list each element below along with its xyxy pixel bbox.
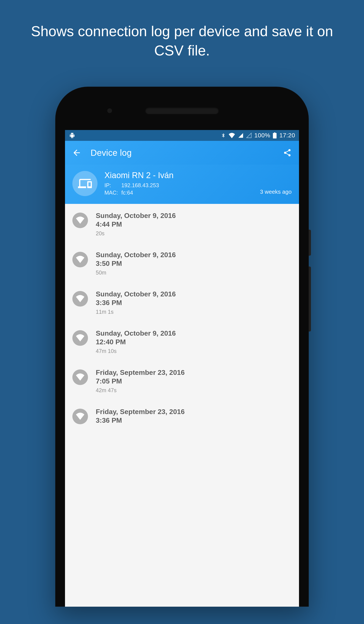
device-timestamp: 3 weeks ago bbox=[260, 188, 292, 197]
mac-label: MAC: bbox=[104, 189, 119, 197]
wifi-down-icon bbox=[72, 291, 88, 307]
wifi-icon bbox=[228, 133, 235, 138]
log-duration: 11m 1s bbox=[96, 309, 176, 315]
back-button[interactable] bbox=[71, 147, 82, 158]
clock: 17:20 bbox=[279, 132, 295, 139]
log-list[interactable]: Sunday, October 9, 20164:44 PM20sSunday,… bbox=[65, 204, 299, 433]
log-time: 7:05 PM bbox=[96, 377, 185, 386]
cellular-signal-icon bbox=[238, 133, 244, 138]
log-date: Friday, September 23, 2016 bbox=[96, 368, 185, 377]
phone-volume-button bbox=[309, 266, 311, 332]
svg-rect-1 bbox=[274, 132, 276, 133]
share-button[interactable] bbox=[282, 147, 293, 158]
ip-value: 192.168.43.253 bbox=[121, 182, 159, 189]
log-duration: 50m bbox=[96, 269, 176, 276]
log-item[interactable]: Sunday, October 9, 20164:44 PM20s bbox=[65, 204, 299, 243]
android-robot-icon bbox=[69, 132, 75, 139]
screen: 100% 17:20 Device log Xiaomi RN 2 bbox=[65, 130, 299, 607]
wifi-down-icon bbox=[72, 212, 88, 228]
phone-bezel-top bbox=[55, 87, 309, 130]
arrow-left-icon bbox=[72, 148, 81, 157]
log-date: Friday, September 23, 2016 bbox=[96, 407, 185, 416]
phone-power-button bbox=[309, 230, 311, 256]
wifi-down-icon bbox=[72, 369, 88, 385]
device-name: Xiaomi RN 2 - Iván bbox=[104, 171, 260, 180]
status-bar: 100% 17:20 bbox=[65, 130, 299, 141]
mac-value: fc:64 bbox=[121, 189, 133, 197]
app-bar: Device log bbox=[65, 141, 299, 165]
log-date: Sunday, October 9, 2016 bbox=[96, 329, 176, 338]
log-date: Sunday, October 9, 2016 bbox=[96, 290, 176, 298]
log-duration: 47m 10s bbox=[96, 348, 176, 354]
devices-icon bbox=[78, 177, 92, 190]
cellular-signal-empty-icon bbox=[246, 133, 252, 138]
wifi-down-icon bbox=[72, 409, 88, 424]
log-duration: 42m 47s bbox=[96, 387, 185, 393]
promo-caption: Shows connection log per device and save… bbox=[0, 0, 364, 60]
svg-rect-0 bbox=[273, 133, 277, 138]
bluetooth-icon bbox=[221, 132, 226, 139]
log-item[interactable]: Sunday, October 9, 20163:50 PM50m bbox=[65, 243, 299, 282]
phone-frame: 100% 17:20 Device log Xiaomi RN 2 bbox=[55, 87, 309, 607]
log-item[interactable]: Sunday, October 9, 20163:36 PM11m 1s bbox=[65, 282, 299, 321]
page-title: Device log bbox=[91, 148, 282, 158]
log-duration: 20s bbox=[96, 230, 176, 237]
log-time: 3:50 PM bbox=[96, 259, 176, 268]
log-item[interactable]: Friday, September 23, 20167:05 PM42m 47s bbox=[65, 361, 299, 400]
ip-label: IP: bbox=[104, 182, 119, 189]
log-time: 3:36 PM bbox=[96, 298, 176, 307]
log-time: 3:36 PM bbox=[96, 416, 185, 425]
log-date: Sunday, October 9, 2016 bbox=[96, 251, 176, 259]
device-avatar bbox=[72, 171, 98, 196]
phone-camera bbox=[107, 108, 112, 113]
log-item[interactable]: Friday, September 23, 20163:36 PM bbox=[65, 400, 299, 433]
log-time: 12:40 PM bbox=[96, 338, 176, 346]
wifi-down-icon bbox=[72, 252, 88, 267]
battery-icon bbox=[273, 132, 277, 138]
log-date: Sunday, October 9, 2016 bbox=[96, 211, 176, 220]
log-time: 4:44 PM bbox=[96, 220, 176, 229]
log-item[interactable]: Sunday, October 9, 201612:40 PM47m 10s bbox=[65, 321, 299, 361]
phone-speaker bbox=[145, 107, 219, 114]
device-info: Xiaomi RN 2 - Iván IP: 192.168.43.253 MA… bbox=[104, 171, 260, 197]
wifi-down-icon bbox=[72, 330, 88, 346]
share-icon bbox=[283, 148, 292, 157]
battery-percentage: 100% bbox=[254, 132, 270, 139]
device-header: Xiaomi RN 2 - Iván IP: 192.168.43.253 MA… bbox=[65, 165, 299, 204]
